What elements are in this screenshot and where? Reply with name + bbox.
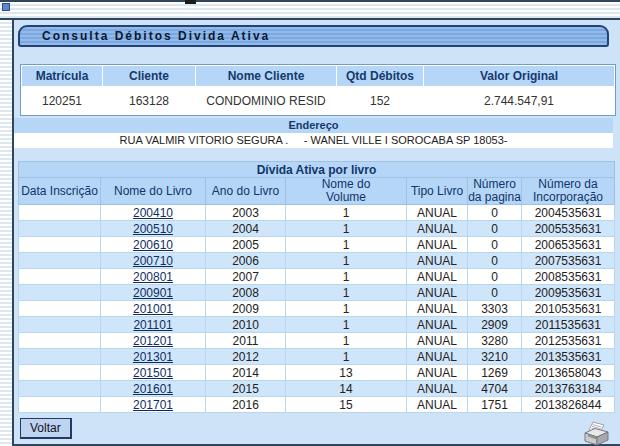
cell-nome-volume: 1: [286, 205, 407, 221]
cell-ano-livro: 2009: [206, 301, 286, 317]
cell-nome-volume: 1: [286, 285, 407, 301]
livro-link[interactable]: 201301: [133, 350, 173, 364]
cell-data-inscricao: [19, 333, 101, 349]
cell-ano-livro: 2008: [206, 285, 286, 301]
value-valor-original: 2.744.547,91: [424, 87, 614, 114]
cell-ano-livro: 2006: [206, 253, 286, 269]
cell-tipo-livro: ANUAL: [407, 221, 468, 237]
printer-icon[interactable]: [580, 418, 612, 446]
table-row: 20110120101ANUAL29092011535631: [19, 317, 615, 333]
cell-numero-pagina: 0: [468, 205, 522, 221]
header-valor-original: Valor Original: [424, 66, 614, 86]
window-top-notch: [185, 0, 196, 4]
cell-numero-incorporacao: 2007535631: [522, 253, 615, 269]
cell-ano-livro: 2007: [206, 269, 286, 285]
table-row: 20061020051ANUAL02006535631: [19, 237, 615, 253]
table-row: 201601201514ANUAL47042013763184: [19, 381, 615, 397]
table-row: 20080120071ANUAL02008535631: [19, 269, 615, 285]
cell-nome-volume: 13: [286, 365, 407, 381]
page-content: Consulta Débitos Divida Ativa Matrícula …: [14, 20, 620, 446]
cell-data-inscricao: [19, 237, 101, 253]
cell-nome-livro: 200801: [101, 269, 206, 285]
livro-link[interactable]: 200510: [133, 222, 173, 236]
cell-ano-livro: 2003: [206, 205, 286, 221]
cell-data-inscricao: [19, 365, 101, 381]
cell-nome-livro: 201301: [101, 349, 206, 365]
cell-tipo-livro: ANUAL: [407, 205, 468, 221]
livro-link[interactable]: 201701: [133, 398, 173, 412]
livro-link[interactable]: 201101: [133, 318, 172, 332]
table-row: 20071020061ANUAL02007535631: [19, 253, 615, 269]
livro-link[interactable]: 200610: [133, 238, 173, 252]
cell-numero-incorporacao: 2010535631: [522, 301, 615, 317]
cell-numero-incorporacao: 2012535631: [522, 333, 615, 349]
address-value: RUA VALMIR VITORIO SEGURA . - WANEL VILL…: [14, 133, 613, 148]
table-row: 20051020041ANUAL02005535631: [19, 221, 615, 237]
cell-data-inscricao: [19, 253, 101, 269]
cell-numero-incorporacao: 2013658043: [522, 365, 615, 381]
livro-link[interactable]: 200410: [133, 206, 173, 220]
voltar-button[interactable]: Voltar: [20, 418, 72, 439]
cell-numero-pagina: 0: [468, 253, 522, 269]
cell-ano-livro: 2014: [206, 365, 286, 381]
cell-nome-volume: 1: [286, 253, 407, 269]
summary-header-row: Matrícula Cliente Nome Cliente Qtd Débit…: [22, 66, 614, 86]
cell-numero-pagina: 3210: [468, 349, 522, 365]
cell-data-inscricao: [19, 221, 101, 237]
livro-link[interactable]: 201201: [133, 334, 173, 348]
livro-link[interactable]: 201001: [133, 302, 173, 316]
cell-numero-incorporacao: 2009535631: [522, 285, 615, 301]
cell-numero-pagina: 4704: [468, 381, 522, 397]
table-row: 20120120111ANUAL32802012535631: [19, 333, 615, 349]
livros-table: Dívida Ativa por livro Data Inscrição No…: [18, 161, 615, 413]
livro-link[interactable]: 201601: [133, 382, 173, 396]
cell-numero-incorporacao: 2011535631: [522, 317, 615, 333]
livros-title-row: Dívida Ativa por livro: [19, 162, 615, 178]
cell-ano-livro: 2004: [206, 221, 286, 237]
cell-numero-incorporacao: 2013763184: [522, 381, 615, 397]
livro-link[interactable]: 201501: [133, 366, 173, 380]
cell-numero-pagina: 0: [468, 269, 522, 285]
cell-nome-livro: 200410: [101, 205, 206, 221]
cell-numero-incorporacao: 2013535631: [522, 349, 615, 365]
cell-nome-volume: 1: [286, 333, 407, 349]
cell-numero-pagina: 3303: [468, 301, 522, 317]
cell-tipo-livro: ANUAL: [407, 253, 468, 269]
cell-numero-incorporacao: 2005535631: [522, 221, 615, 237]
header-qtd-debitos: Qtd Débitos: [337, 66, 423, 86]
table-row: 20130120121ANUAL32102013535631: [19, 349, 615, 365]
address-block: Endereço RUA VALMIR VITORIO SEGURA . - W…: [14, 118, 613, 148]
cell-tipo-livro: ANUAL: [407, 237, 468, 253]
table-row: 201501201413ANUAL12692013658043: [19, 365, 615, 381]
value-cliente: 163128: [103, 87, 195, 114]
header-cliente: Cliente: [103, 66, 195, 86]
cell-data-inscricao: [19, 397, 101, 413]
cell-numero-pagina: 2909: [468, 317, 522, 333]
livro-link[interactable]: 200710: [133, 254, 173, 268]
livro-link[interactable]: 200901: [133, 286, 173, 300]
cell-nome-volume: 14: [286, 381, 407, 397]
col-tipo-livro: Tipo Livro: [407, 178, 468, 205]
cell-nome-livro: 201701: [101, 397, 206, 413]
livros-section-title: Dívida Ativa por livro: [19, 162, 615, 178]
cell-numero-pagina: 0: [468, 237, 522, 253]
cell-tipo-livro: ANUAL: [407, 333, 468, 349]
page-title: Consulta Débitos Divida Ativa: [18, 25, 609, 47]
cell-nome-volume: 1: [286, 317, 407, 333]
cell-tipo-livro: ANUAL: [407, 397, 468, 413]
table-row: 201701201615ANUAL17512013826844: [19, 397, 615, 413]
table-row: 20090120081ANUAL02009535631: [19, 285, 615, 301]
livro-link[interactable]: 200801: [133, 270, 173, 284]
livros-body: 20041020031ANUAL0200453563120051020041AN…: [19, 205, 615, 413]
app-square-icon: [2, 3, 10, 11]
cell-nome-livro: 201101: [101, 317, 206, 333]
cell-numero-incorporacao: 2013826844: [522, 397, 615, 413]
cell-data-inscricao: [19, 205, 101, 221]
cell-nome-livro: 201001: [101, 301, 206, 317]
cell-numero-pagina: 0: [468, 285, 522, 301]
cell-ano-livro: 2005: [206, 237, 286, 253]
cell-nome-livro: 201201: [101, 333, 206, 349]
cell-tipo-livro: ANUAL: [407, 317, 468, 333]
cell-data-inscricao: [19, 301, 101, 317]
cell-numero-pagina: 3280: [468, 333, 522, 349]
